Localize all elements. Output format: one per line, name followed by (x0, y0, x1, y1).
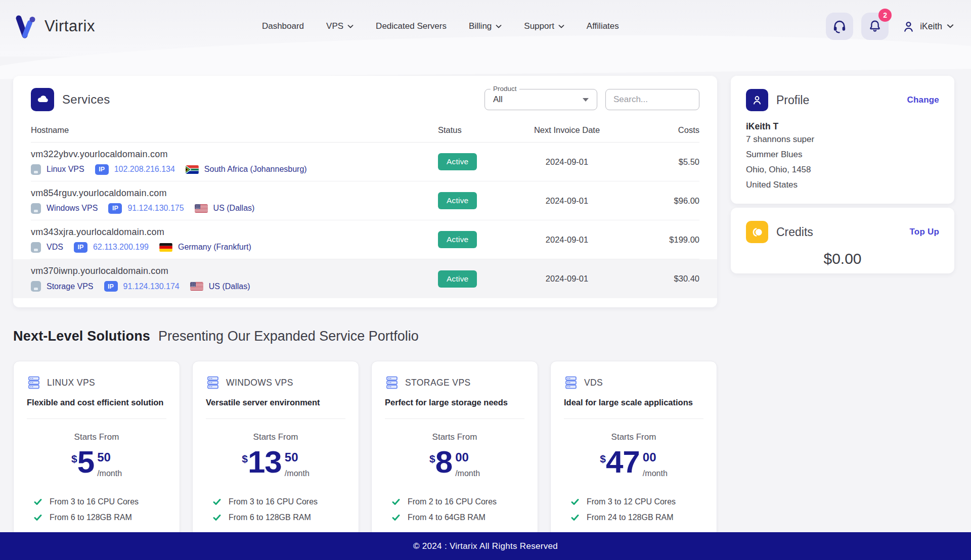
status-cell: Active (438, 270, 509, 288)
location-link[interactable]: US (Dallas) (213, 204, 255, 213)
pricing-card-vds: VDS Ideal for large scale applications S… (550, 361, 717, 560)
ip-address-link[interactable]: 91.124.130.175 (127, 204, 184, 213)
location-link[interactable]: South Africa (Johannesburg) (204, 165, 307, 174)
main-nav: Dashboard VPS Dedicated Servers Billing … (262, 21, 619, 31)
hostname: vm370iwnp.yourlocaldomain.com (31, 266, 438, 276)
profile-name: iKeith T (746, 121, 939, 132)
check-icon (213, 498, 221, 505)
top-up-link[interactable]: Top Up (910, 227, 939, 237)
plan-tagline: Ideal for large scale applications (564, 398, 703, 407)
column-header-hostname: Hostname (31, 125, 438, 135)
notifications-button[interactable]: 2 (861, 13, 889, 40)
profile-icon (746, 89, 768, 111)
currency-symbol: $ (71, 453, 77, 465)
next-invoice-date: 2024-09-01 (509, 196, 625, 206)
pricing-card-header: WINDOWS VPS (206, 376, 345, 390)
solutions-heading: Next-Level Solutions Presenting Our Expa… (13, 329, 419, 344)
nav-item-billing[interactable]: Billing (469, 21, 502, 31)
feature-item: From 4 to 64GB RAM (392, 513, 524, 522)
search-input[interactable] (605, 89, 699, 110)
pricing-card-header: STORAGE VPS (385, 376, 524, 390)
headset-icon (832, 19, 847, 34)
check-icon (392, 498, 400, 505)
plan-name: LINUX VPS (47, 378, 95, 388)
bell-icon (868, 19, 882, 33)
feature-item: From 24 to 128GB RAM (571, 513, 703, 522)
nav-item-dedicated-servers[interactable]: Dedicated Servers (376, 21, 447, 31)
plan-price: $ 13 50 /month (206, 446, 345, 478)
price-period: /month (643, 469, 668, 478)
address-line: United States (746, 177, 939, 193)
nav-item-dashboard[interactable]: Dashboard (262, 21, 304, 31)
nav-item-vps[interactable]: VPS (326, 21, 354, 31)
user-menu[interactable]: iKeith (902, 20, 954, 33)
hostname-cell: vm854rguv.yourlocaldomain.com Windows VP… (31, 188, 438, 214)
plan-features: From 2 to 16 CPU Cores From 4 to 64GB RA… (385, 497, 524, 522)
next-invoice-date: 2024-09-01 (509, 157, 625, 167)
hostname: vm854rguv.yourlocaldomain.com (31, 188, 438, 199)
south-africa-flag-icon (186, 165, 199, 174)
plan-tagline: Flexible and cost efficient solution (27, 398, 166, 407)
status-cell: Active (438, 153, 509, 170)
profile-title: Profile (776, 94, 809, 107)
next-invoice-date: 2024-09-01 (509, 274, 625, 284)
service-type-link[interactable]: VDS (47, 243, 63, 252)
ip-address-link[interactable]: 102.208.216.134 (114, 165, 175, 174)
hostname-cell: vm370iwnp.yourlocaldomain.com Storage VP… (31, 266, 438, 292)
brand-logo[interactable]: Virtarix (13, 13, 95, 39)
feature-item: From 3 to 16 CPU Cores (213, 497, 345, 506)
check-icon (213, 514, 221, 521)
caret-down-icon (583, 98, 589, 102)
plan-name: VDS (584, 378, 603, 388)
divider (27, 418, 166, 419)
location-link[interactable]: US (Dallas) (209, 282, 250, 291)
plan-features: From 3 to 16 CPU Cores From 6 to 128GB R… (206, 497, 345, 522)
status-badge: Active (438, 231, 477, 248)
host-meta: Storage VPS IP 91.124.130.174 US (Dallas (31, 281, 438, 292)
solutions-subtitle: Presenting Our Expanded Service Portfoli… (158, 329, 419, 344)
nav-item-affiliates[interactable]: Affiliates (587, 21, 619, 31)
server-stack-icon (385, 376, 399, 390)
nav-item-support[interactable]: Support (524, 21, 564, 31)
starts-from-label: Starts From (206, 432, 345, 442)
price-dollars: 47 (606, 446, 640, 478)
plan-tagline: Perfect for large storage needs (385, 398, 524, 407)
next-invoice-date: 2024-09-01 (509, 235, 625, 245)
feature-item: From 3 to 16 CPU Cores (34, 497, 166, 506)
coins-icon (746, 221, 768, 243)
service-type-link[interactable]: Storage VPS (47, 282, 94, 291)
location-link[interactable]: Germany (Frankfurt) (178, 243, 251, 252)
support-button[interactable] (826, 13, 853, 40)
product-filter-select[interactable]: Product All (484, 89, 597, 110)
server-icon (31, 164, 41, 175)
ip-badge: IP (95, 164, 109, 175)
product-filter-value: All (493, 95, 503, 105)
pricing-card-windows-vps: WINDOWS VPS Versatile server environment… (192, 361, 359, 560)
ip-badge: IP (104, 281, 118, 292)
dashboard-page: Virtarix Dashboard VPS Dedicated Servers… (0, 0, 971, 560)
price-dollars: 5 (77, 446, 94, 478)
chevron-down-icon (496, 25, 502, 28)
profile-card-header: Profile Change (746, 89, 939, 111)
address-line: Summer Blues (746, 147, 939, 162)
price-period: /month (285, 469, 310, 478)
service-type-link[interactable]: Windows VPS (47, 204, 98, 213)
check-icon (571, 498, 579, 505)
services-panel: Services Product All Hostname Status Nex… (13, 76, 717, 307)
host-meta: Windows VPS IP 91.124.130.175 US (Dallas (31, 203, 438, 214)
price-cents: 00 (455, 450, 480, 464)
services-table: Hostname Status Next Invoice Date Costs … (31, 118, 699, 298)
service-type-link[interactable]: Linux VPS (47, 165, 84, 174)
server-stack-icon (564, 376, 578, 390)
services-panel-header: Services Product All (31, 88, 699, 111)
us-flag-icon (195, 204, 208, 213)
ip-address-link[interactable]: 91.124.130.174 (123, 282, 180, 291)
change-profile-link[interactable]: Change (907, 95, 939, 105)
chevron-down-icon (347, 25, 354, 28)
plan-tagline: Versatile server environment (206, 398, 345, 407)
ip-address-link[interactable]: 62.113.200.199 (93, 243, 149, 252)
profile-card: Profile Change iKeith T 7 shannons super… (731, 76, 954, 204)
currency-symbol: $ (242, 453, 248, 465)
price-dollars: 8 (435, 446, 452, 478)
price-period: /month (455, 469, 480, 478)
